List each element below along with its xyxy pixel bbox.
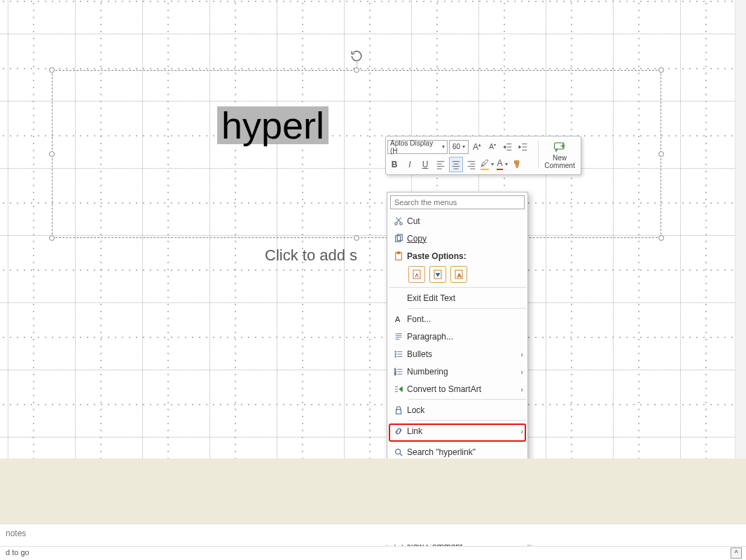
svg-rect-18 <box>396 410 401 414</box>
menu-item-bullets[interactable]: Bullets› <box>387 345 527 363</box>
menu-item-paragraph[interactable]: Paragraph... <box>387 328 527 345</box>
menu-item-exit-edit[interactable]: Exit Edit Text <box>387 289 527 307</box>
subtitle-placeholder[interactable]: Click to add s <box>265 246 357 265</box>
new-comment-label: New <box>553 154 567 162</box>
notes-pane[interactable] <box>0 458 746 525</box>
paste-option-dest-theme[interactable] <box>408 266 425 283</box>
paste-icon <box>390 251 407 261</box>
highlight-color-button[interactable]: 🖊▾ <box>480 157 494 172</box>
link-icon <box>390 426 407 436</box>
paste-option-keep-source[interactable] <box>429 266 446 283</box>
resize-handle[interactable] <box>49 67 55 73</box>
font-size-combo[interactable]: 60▾ <box>449 140 469 154</box>
copy-icon <box>390 234 407 244</box>
svg-point-19 <box>396 449 401 454</box>
mini-toolbar: Aptos Display (H▾ 60▾ A▴ A▾ B I U 🖊▾ A▾ … <box>385 136 581 175</box>
svg-point-2 <box>400 222 403 225</box>
svg-point-1 <box>395 222 398 225</box>
bullets-icon <box>390 349 407 359</box>
italic-button[interactable]: I <box>403 157 417 172</box>
menu-item-font[interactable]: A Font... <box>387 310 527 328</box>
svg-text:A: A <box>457 272 462 279</box>
font-icon: A <box>390 314 407 324</box>
vertical-scrollbar[interactable] <box>735 0 746 458</box>
cut-icon <box>390 216 407 226</box>
menu-item-cut[interactable]: Cut <box>387 212 527 230</box>
status-left-text: d to go <box>6 548 29 556</box>
font-name-combo[interactable]: Aptos Display (H▾ <box>387 140 448 154</box>
bold-button[interactable]: B <box>387 157 401 172</box>
increase-font-icon[interactable]: A▴ <box>470 139 484 155</box>
new-comment-label2: Comment <box>544 162 574 169</box>
search-icon <box>390 447 407 457</box>
title-text-content[interactable]: hyperl <box>217 106 329 144</box>
svg-text:3: 3 <box>394 372 396 376</box>
paste-option-text-only[interactable]: A <box>450 266 467 283</box>
resize-handle[interactable] <box>658 67 664 73</box>
svg-rect-6 <box>397 251 400 253</box>
resize-handle[interactable] <box>658 151 664 157</box>
paragraph-icon <box>390 332 407 342</box>
increase-indent-icon[interactable] <box>516 139 530 155</box>
align-left-icon[interactable] <box>434 157 448 172</box>
rotate-handle-icon[interactable] <box>350 50 363 62</box>
menu-item-link[interactable]: Link› <box>387 422 527 440</box>
status-expand-button[interactable]: ^ <box>731 547 742 559</box>
new-comment-button[interactable]: New Comment <box>540 138 579 173</box>
svg-point-12 <box>395 351 396 352</box>
svg-point-13 <box>395 354 396 355</box>
decrease-font-icon[interactable]: A▾ <box>485 139 499 155</box>
menu-item-copy[interactable]: Copy <box>387 230 527 247</box>
resize-handle[interactable] <box>658 235 664 241</box>
svg-text:A: A <box>395 315 401 323</box>
resize-handle[interactable] <box>49 151 55 157</box>
paste-options-row: A <box>387 265 527 286</box>
numbering-icon: 123 <box>390 367 407 377</box>
smartart-icon <box>390 384 407 394</box>
menu-item-lock[interactable]: Lock <box>387 401 527 419</box>
resize-handle[interactable] <box>49 235 55 241</box>
status-bar: d to go <box>0 546 746 560</box>
notes-label[interactable]: notes <box>0 524 746 545</box>
resize-handle[interactable] <box>354 235 359 241</box>
underline-button[interactable]: U <box>418 157 432 172</box>
menu-item-numbering[interactable]: 123 Numbering› <box>387 363 527 380</box>
font-color-button[interactable]: A▾ <box>495 157 509 172</box>
format-painter-icon[interactable] <box>511 157 525 172</box>
menu-search-input[interactable] <box>390 195 525 209</box>
svg-point-14 <box>395 356 396 357</box>
lock-icon <box>390 405 407 415</box>
align-center-icon[interactable] <box>449 157 463 172</box>
decrease-indent-icon[interactable] <box>501 139 515 155</box>
menu-item-paste-options: Paste Options: <box>387 247 527 265</box>
menu-item-smartart[interactable]: Convert to SmartArt› <box>387 380 527 398</box>
resize-handle[interactable] <box>354 67 359 73</box>
align-right-icon[interactable] <box>464 157 478 172</box>
